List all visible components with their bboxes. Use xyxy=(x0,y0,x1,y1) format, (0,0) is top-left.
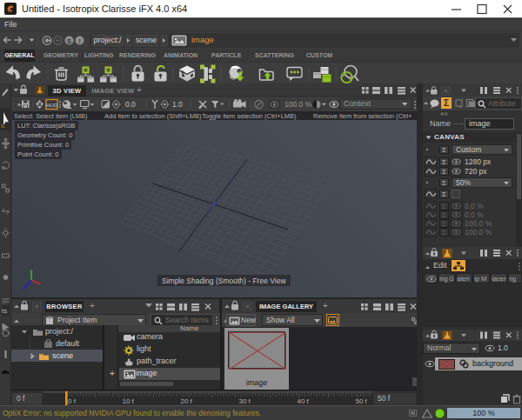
svg-text:ts: ts xyxy=(2,307,7,315)
svg-text:S: S xyxy=(67,37,72,45)
svg-text:40 f: 40 f xyxy=(298,397,310,405)
svg-text:HUD: HUD xyxy=(46,103,58,108)
svg-text:20 f: 20 f xyxy=(181,397,193,405)
svg-text:10 f: 10 f xyxy=(123,397,135,405)
svg-text:!: ! xyxy=(78,37,81,45)
svg-text:0 f: 0 f xyxy=(68,397,77,405)
svg-text:50 f: 50 f xyxy=(356,397,368,405)
svg-text:30 f: 30 f xyxy=(239,397,251,405)
